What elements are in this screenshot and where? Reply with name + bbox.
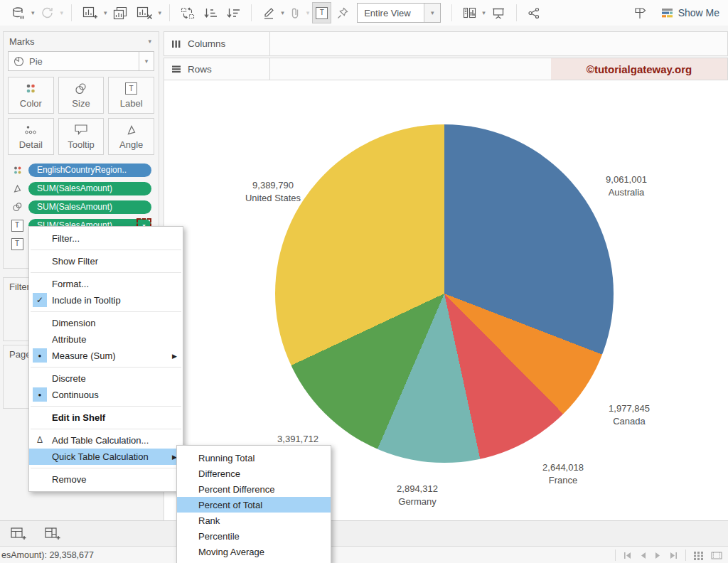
pie-chart[interactable]: [275, 124, 614, 463]
show-sheet-sorter-button[interactable]: [693, 551, 704, 560]
share-button[interactable]: [525, 3, 543, 23]
fix-axes-button[interactable]: [334, 3, 351, 23]
pill-sum-salesamount[interactable]: SUM(SalesAmount): [28, 200, 151, 214]
pie-label-name: Canada: [609, 415, 650, 428]
duplicate-sheet-button[interactable]: [110, 3, 131, 23]
quick-table-calculation-submenu: Running TotalDifferencePercent Differenc…: [176, 445, 331, 563]
marks-button-tooltip[interactable]: Tooltip: [58, 118, 105, 155]
caret-down-icon[interactable]: ▾: [31, 10, 35, 16]
marks-button-label[interactable]: TLabel: [108, 77, 154, 114]
swap-rows-columns-button[interactable]: [178, 3, 198, 23]
pie-label-value: 9,061,001: [606, 173, 647, 186]
go-last-button[interactable]: [669, 552, 678, 559]
paperclip-icon: [290, 6, 301, 19]
menu-item-measure-sum[interactable]: ●Measure (Sum)▶: [29, 348, 183, 364]
submenu-item-moving-average[interactable]: Moving Average: [177, 544, 331, 559]
menu-item-attribute[interactable]: Attribute: [29, 331, 183, 348]
caret-down-icon: ▾: [145, 58, 149, 65]
menu-item-remove[interactable]: Remove: [29, 471, 183, 488]
new-worksheet-button[interactable]: [80, 3, 101, 23]
caret-down-icon[interactable]: ▾: [306, 10, 310, 16]
new-dashboard-tab-button[interactable]: [41, 524, 64, 544]
caret-down-icon[interactable]: ▾: [482, 10, 486, 16]
rows-shelf[interactable]: Rows ©tutorialgateway.org: [164, 58, 728, 80]
menu-item-include-in-tooltip[interactable]: ✓Include in Tooltip: [29, 292, 183, 309]
go-first-button[interactable]: [623, 552, 632, 559]
sort-ascending-button[interactable]: [200, 3, 220, 23]
show-hide-cards-button[interactable]: [460, 3, 479, 23]
delta-icon: Δ: [33, 433, 47, 447]
caret-down-icon[interactable]: ▾: [104, 10, 107, 16]
caret-down-icon[interactable]: ▾: [281, 10, 284, 16]
size-mark-icon: [9, 202, 25, 212]
highlight-button[interactable]: [259, 3, 278, 23]
menu-item-label: Edit in Shelf: [52, 412, 105, 423]
submenu-item-percentile[interactable]: Percentile: [177, 528, 331, 544]
pill-sum-salesamount[interactable]: SUM(SalesAmount): [28, 182, 151, 195]
menu-item-edit-in-shelf[interactable]: Edit in Shelf: [29, 409, 183, 426]
pill-label: SUM(SalesAmount): [37, 183, 112, 193]
show-me-button[interactable]: Show Me: [661, 7, 721, 18]
clear-sheet-button[interactable]: [134, 3, 156, 23]
menu-item-show-filter[interactable]: Show Filter: [29, 253, 183, 269]
submenu-item-rank[interactable]: Rank: [177, 513, 331, 528]
data-source-button[interactable]: [9, 3, 28, 23]
highlight-pen-icon: [262, 7, 275, 19]
columns-shelf[interactable]: Columns: [164, 31, 728, 56]
sort-descending-button[interactable]: [223, 3, 243, 23]
menu-separator: [31, 468, 181, 468]
group-members-button[interactable]: [287, 3, 304, 23]
collapse-caret-icon[interactable]: ▾: [148, 38, 151, 45]
marks-button-angle[interactable]: Angle: [108, 118, 154, 155]
menu-separator: [31, 429, 181, 429]
show-filmstrip-button[interactable]: [711, 551, 722, 560]
menu-item-dimension[interactable]: Dimension: [29, 315, 183, 331]
caret-down-icon[interactable]: ▾: [60, 10, 64, 16]
submenu-item-percent-of-total[interactable]: Percent of Total: [177, 497, 331, 513]
presentation-mode-button[interactable]: [488, 3, 508, 23]
marks-button-color[interactable]: Color: [8, 77, 54, 114]
marks-button-size[interactable]: Size: [58, 77, 105, 114]
show-mark-labels-button[interactable]: T: [312, 2, 331, 23]
new-worksheet-tab-icon: [10, 527, 27, 541]
mark-type-selector[interactable]: Pie ▾: [8, 51, 154, 71]
status-divider: [685, 549, 686, 561]
submenu-item-percent-difference[interactable]: Percent Difference: [177, 481, 331, 497]
marks-button-label: Angle: [119, 139, 143, 150]
new-worksheet-tab-button[interactable]: [7, 524, 30, 544]
go-previous-button[interactable]: [639, 552, 647, 559]
menu-item-label: Include in Tooltip: [52, 295, 121, 306]
menu-item-format[interactable]: Format...: [29, 276, 183, 292]
toolbar-divider: [71, 4, 72, 21]
menu-item-discrete[interactable]: Discrete: [29, 370, 183, 387]
refresh-icon: [41, 6, 55, 19]
pill-englishcountryregion[interactable]: EnglishCountryRegion..: [28, 163, 151, 177]
marks-button-detail[interactable]: Detail: [8, 118, 54, 155]
show-cards-icon: [463, 7, 476, 18]
menu-item-add-table-calculation[interactable]: ΔAdd Table Calculation...: [29, 432, 183, 449]
sheet-sorter-icon: [693, 551, 704, 560]
submenu-item-running-total[interactable]: Running Total: [177, 450, 331, 466]
pill-label: SUM(SalesAmount): [37, 202, 112, 212]
menu-item-quick-table-calculation[interactable]: Quick Table Calculation▶: [29, 449, 183, 465]
fit-selector[interactable]: Entire View ▾: [357, 3, 441, 23]
label-icon: T: [125, 82, 137, 95]
mark-type-caret[interactable]: ▾: [139, 52, 154, 70]
submenu-item-difference[interactable]: Difference: [177, 466, 331, 481]
refresh-button[interactable]: [38, 3, 58, 23]
pie-label-name: Australia: [606, 186, 647, 199]
menu-item-filter[interactable]: Filter...: [29, 230, 183, 247]
tooltip-guide-button[interactable]: [630, 3, 650, 23]
pin-icon: [337, 7, 348, 19]
menu-item-label: Discrete: [52, 373, 86, 384]
caret-down-icon[interactable]: ▾: [159, 10, 162, 16]
menu-item-continuous[interactable]: ●Continuous: [29, 387, 183, 403]
color-icon: [23, 82, 38, 95]
go-first-icon: [623, 552, 632, 559]
fit-selector-caret[interactable]: ▾: [424, 4, 440, 22]
go-previous-icon: [639, 552, 647, 559]
go-next-button[interactable]: [654, 552, 662, 559]
data-source-icon: [11, 6, 26, 20]
menu-item-label: Attribute: [52, 334, 86, 345]
marks-button-label: Size: [72, 98, 90, 109]
